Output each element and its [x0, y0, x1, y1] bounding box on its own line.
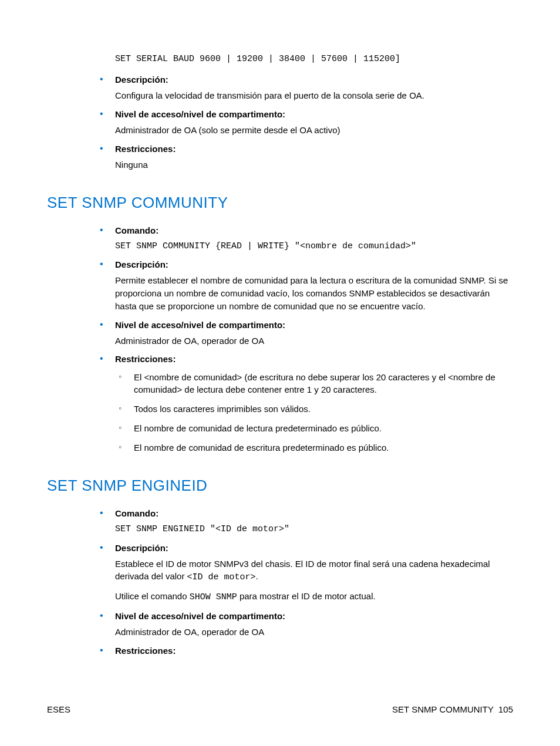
desc-post: . [256, 571, 258, 581]
label-restricciones: Restricciones: [115, 353, 513, 365]
label-nivel: Nivel de acceso/nivel de compartimento: [115, 108, 513, 120]
code-comando: SET SNMP COMMUNITY {READ | WRITE} "<nomb… [115, 240, 513, 253]
list-item: Restricciones: Ninguna [100, 143, 513, 171]
desc2-post: para mostrar el ID de motor actual. [237, 591, 376, 601]
restricciones-sublist: El <nombre de comunidad> (de escritura n… [119, 371, 513, 454]
list-item-nivel: Nivel de acceso/nivel de compartimento: … [100, 610, 513, 639]
list-item: Descripción: Configura la velocidad de t… [100, 73, 513, 102]
list-item-restricciones: Restricciones: [100, 644, 513, 657]
list-item-restricciones: Restricciones: El <nombre de comunidad> … [100, 353, 513, 454]
code-line-serial-baud: SET SERIAL BAUD 9600 | 19200 | 38400 | 5… [115, 53, 513, 65]
list-item-descripcion: Descripción: Establece el ID de motor SN… [100, 542, 513, 604]
label-descripcion: Descripción: [115, 73, 513, 86]
label-nivel: Nivel de acceso/nivel de compartimento: [115, 610, 513, 622]
section2-list: Comando: SET SNMP ENGINEID "<ID de motor… [100, 507, 513, 657]
label-comando: Comando: [115, 224, 513, 237]
desc-code: <ID de motor> [187, 572, 256, 582]
label-comando: Comando: [115, 507, 513, 519]
text-nivel: Administrador de OA, operador de OA [115, 626, 513, 639]
desc2-code: SHOW SNMP [190, 592, 237, 602]
desc-pre: Establece el ID de motor SNMPv3 del chas… [115, 559, 490, 582]
text-descripcion: Configura la velocidad de transmisión pa… [115, 89, 513, 102]
heading-set-snmp-community: SET SNMP COMMUNITY [47, 192, 513, 213]
page-footer: ESES SET SNMP COMMUNITY 105 [47, 703, 513, 715]
text-descripcion: Permite establecer el nombre de comunida… [115, 274, 513, 312]
list-item: Nivel de acceso/nivel de compartimento: … [100, 108, 513, 137]
label-restricciones: Restricciones: [115, 644, 513, 657]
section0-list: Descripción: Configura la velocidad de t… [100, 73, 513, 171]
list-item-descripcion: Descripción: Permite establecer el nombr… [100, 258, 513, 312]
footer-section: SET SNMP COMMUNITY [392, 704, 494, 714]
footer-left: ESES [47, 703, 70, 715]
footer-right: SET SNMP COMMUNITY 105 [392, 703, 513, 715]
heading-set-snmp-engineid: SET SNMP ENGINEID [47, 475, 513, 496]
section1-list: Comando: SET SNMP COMMUNITY {READ | WRIT… [100, 224, 513, 454]
text-nivel: Administrador de OA (solo se permite des… [115, 124, 513, 137]
label-descripcion: Descripción: [115, 542, 513, 554]
footer-page-number: 105 [498, 704, 513, 714]
sub-item: El <nombre de comunidad> (de escritura n… [119, 371, 513, 396]
text-nivel: Administrador de OA, operador de OA [115, 335, 513, 347]
list-item-nivel: Nivel de acceso/nivel de compartimento: … [100, 319, 513, 347]
label-nivel: Nivel de acceso/nivel de compartimento: [115, 319, 513, 331]
sub-item: Todos los caracteres imprimibles son vál… [119, 403, 513, 415]
sub-item: El nombre de comunidad de escritura pred… [119, 441, 513, 454]
code-comando: SET SNMP ENGINEID "<ID de motor>" [115, 523, 513, 536]
list-item-comando: Comando: SET SNMP COMMUNITY {READ | WRIT… [100, 224, 513, 253]
text-restricciones: Ninguna [115, 158, 513, 171]
label-descripcion: Descripción: [115, 258, 513, 271]
sub-item: El nombre de comunidad de lectura predet… [119, 422, 513, 434]
desc2-pre: Utilice el comando [115, 591, 190, 601]
label-restricciones: Restricciones: [115, 143, 513, 155]
list-item-comando: Comando: SET SNMP ENGINEID "<ID de motor… [100, 507, 513, 536]
text-descripcion-1: Establece el ID de motor SNMPv3 del chas… [115, 558, 513, 585]
text-descripcion-2: Utilice el comando SHOW SNMP para mostra… [115, 590, 513, 604]
